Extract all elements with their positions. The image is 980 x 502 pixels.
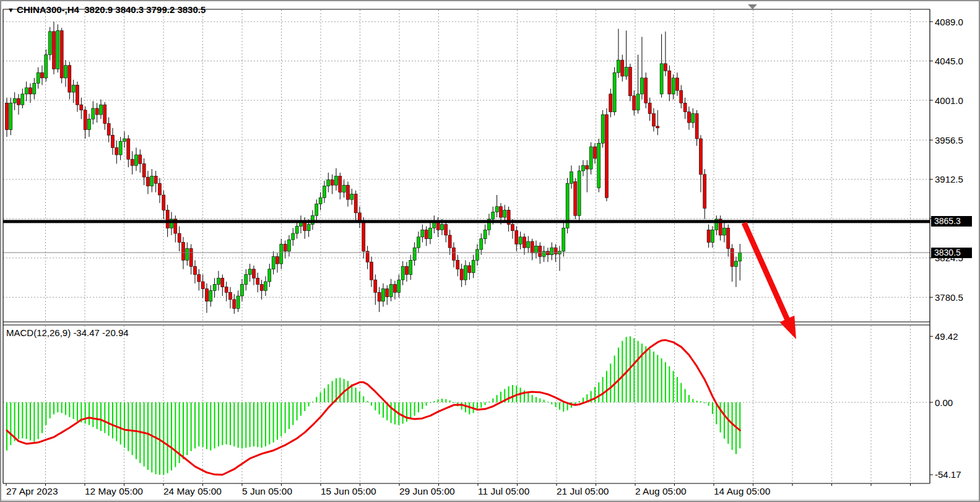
date-axis-label[interactable]: 2 Aug 05:00	[635, 486, 687, 496]
price-axis-label: 3956.5	[935, 135, 963, 145]
date-axis-label[interactable]: 21 Jul 05:00	[557, 486, 609, 496]
date-axis-label[interactable]: 24 May 05:00	[163, 486, 222, 496]
time-axis: 27 Apr 202312 May 05:0024 May 05:005 Jun…	[6, 483, 911, 496]
gridlines	[3, 10, 930, 483]
macd-axis-label: 49.42	[935, 331, 958, 342]
price-axis-label: 3780.5	[935, 292, 963, 303]
macd-histogram	[6, 336, 740, 475]
price-axis-label: 4001.0	[935, 95, 963, 106]
macd-params: MACD(12,26,9)	[6, 327, 71, 338]
window-bottom-edge	[1, 500, 980, 502]
horizontal-trendline[interactable]	[3, 220, 930, 223]
panel-frame	[3, 9, 930, 483]
chart-window: 4089.04045.04001.03956.53912.53868.53824…	[0, 0, 980, 502]
macd-axis-label: 0.00	[935, 397, 953, 408]
price-axis: 4089.04045.04001.03956.53912.53868.53824…	[930, 17, 963, 303]
symbol-ohlc-values: 3820.9 3840.3 3799.2 3830.5	[84, 4, 206, 15]
hline-price-tag[interactable]: 3865.3	[931, 216, 972, 227]
macd-current-values: -34.47 -20.94	[73, 327, 128, 338]
date-axis-label[interactable]: 15 Jun 05:00	[321, 486, 376, 496]
symbol-name: CHINA300-,H4	[17, 4, 79, 15]
symbol-title: ▼ CHINA300-,H4 3820.9 3840.3 3799.2 3830…	[7, 4, 206, 15]
candles-layer	[6, 22, 742, 314]
date-axis-label[interactable]: 27 Apr 2023	[6, 486, 58, 496]
dropdown-triangle-icon[interactable]: ▼	[7, 6, 14, 14]
date-axis-label[interactable]: 14 Aug 05:00	[714, 486, 771, 496]
date-axis-label[interactable]: 11 Jul 05:00	[478, 486, 530, 496]
date-axis-label[interactable]: 5 Jun 05:00	[242, 486, 292, 496]
macd-indicator-label: MACD(12,26,9) -34.47 -20.94	[6, 327, 129, 338]
price-chart-canvas[interactable]: 4089.04045.04001.03956.53912.53868.53824…	[1, 1, 980, 502]
date-axis-label[interactable]: 29 Jun 05:00	[399, 486, 455, 496]
macd-axis: 49.420.00-54.17	[930, 331, 961, 480]
last-price-tag: 3830.5	[931, 248, 972, 258]
date-axis-label[interactable]: 12 May 05:00	[85, 486, 143, 496]
macd-axis-label: -54.17	[935, 469, 961, 480]
price-axis-label: 3912.5	[935, 174, 963, 184]
price-axis-label: 4045.0	[935, 56, 963, 66]
price-axis-label: 4089.0	[935, 17, 963, 27]
scroll-to-end-marker-icon[interactable]	[748, 4, 757, 9]
